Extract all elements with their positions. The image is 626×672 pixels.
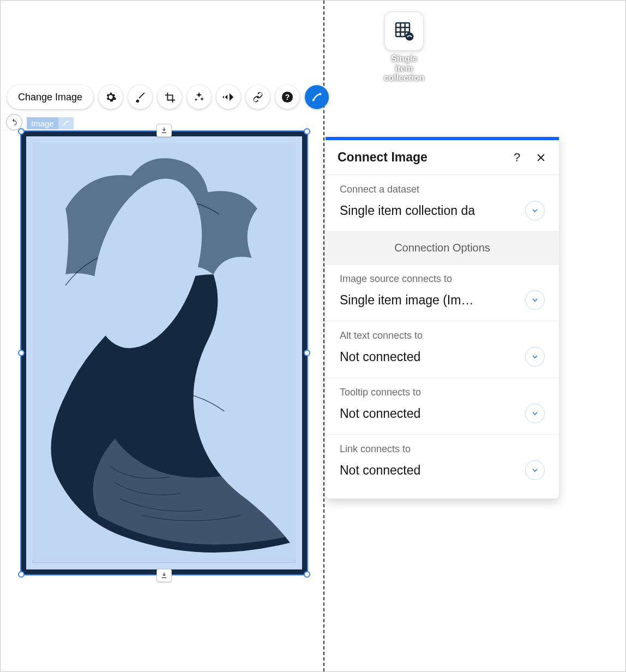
- help-button[interactable]: ?: [275, 85, 299, 109]
- svg-point-12: [63, 124, 64, 125]
- sparkle-icon: [193, 91, 205, 103]
- connect-image-panel: Connect Image ? Connect a dataset Single…: [326, 137, 559, 499]
- undo-icon: [10, 118, 19, 127]
- field-value: Not connected: [340, 350, 520, 364]
- chevron-down-icon: [531, 296, 539, 304]
- element-tag-connect-icon: [58, 117, 74, 129]
- stretch-handle-top[interactable]: [156, 124, 172, 137]
- crop-button[interactable]: [158, 85, 182, 109]
- connect-dataset-chevron[interactable]: [525, 201, 545, 220]
- connect-dataset-label: Connect a dataset: [340, 184, 545, 195]
- stretch-handle-bottom[interactable]: [156, 569, 172, 582]
- question-icon: ?: [514, 151, 520, 165]
- connect-dataset-value: Single item collection da: [340, 203, 520, 218]
- connect-icon: [311, 91, 323, 103]
- connect-dataset-select[interactable]: Single item collection da: [340, 201, 545, 220]
- resize-handle-mr[interactable]: [304, 350, 310, 356]
- svg-point-13: [68, 121, 69, 122]
- settings-button[interactable]: [99, 85, 123, 109]
- connection-options-header: Connection Options: [326, 232, 559, 265]
- svg-point-11: [319, 93, 321, 95]
- element-tag: Image: [27, 117, 74, 129]
- field-select[interactable]: Single item image (Im…: [340, 290, 545, 310]
- connect-data-button[interactable]: [305, 85, 329, 109]
- resize-handle-tr[interactable]: [304, 128, 310, 135]
- gear-icon: [105, 91, 117, 103]
- download-icon: [160, 127, 168, 134]
- svg-point-7: [411, 36, 412, 37]
- animation-button[interactable]: [216, 85, 240, 109]
- dataset-widget[interactable]: Single item collection: [382, 11, 426, 83]
- field-select[interactable]: Not connected: [340, 460, 545, 480]
- resize-handle-br[interactable]: [304, 571, 310, 578]
- panel-title: Connect Image: [338, 150, 428, 165]
- chevron-down-icon: [531, 466, 539, 475]
- dataset-icon: [384, 11, 424, 51]
- svg-point-10: [312, 99, 315, 101]
- floating-toolbar: Change Image ?: [7, 85, 329, 109]
- field-value: Single item image (Im…: [340, 293, 520, 308]
- panel-header: Connect Image ?: [326, 140, 559, 175]
- image-content: [33, 143, 296, 559]
- field-select[interactable]: Not connected: [340, 347, 545, 367]
- svg-point-5: [406, 33, 414, 41]
- field-chevron[interactable]: [525, 290, 545, 310]
- field-image-source: Image source connects to Single item ima…: [326, 265, 559, 321]
- resize-handle-ml[interactable]: [18, 350, 25, 356]
- crop-icon: [164, 91, 176, 103]
- resize-handle-bl[interactable]: [18, 571, 25, 578]
- chevron-down-icon: [531, 352, 539, 361]
- field-alt-text: Alt text connects to Not connected: [326, 321, 559, 378]
- close-icon: [535, 152, 546, 163]
- resize-handle-tl[interactable]: [18, 128, 25, 135]
- svg-point-6: [407, 36, 408, 37]
- field-chevron[interactable]: [525, 404, 545, 423]
- field-link: Link connects to Not connected: [326, 435, 559, 499]
- field-label: Tooltip connects to: [340, 387, 545, 398]
- image-frame: [21, 131, 307, 574]
- field-value: Not connected: [340, 463, 520, 478]
- change-image-button[interactable]: Change Image: [7, 85, 93, 109]
- link-icon: [252, 91, 264, 103]
- selected-image-element[interactable]: Image: [21, 131, 307, 574]
- animation-icon: [222, 91, 234, 103]
- field-label: Link connects to: [340, 443, 545, 455]
- field-tooltip: Tooltip connects to Not connected: [326, 378, 559, 435]
- connect-dataset-section: Connect a dataset Single item collection…: [326, 175, 559, 232]
- panel-close-button[interactable]: [535, 152, 547, 164]
- filters-button[interactable]: [187, 85, 211, 109]
- panel-help-button[interactable]: ?: [511, 152, 523, 164]
- field-label: Image source connects to: [340, 273, 545, 285]
- field-chevron[interactable]: [525, 347, 545, 367]
- help-icon: ?: [281, 91, 293, 103]
- download-icon: [160, 572, 168, 579]
- field-select[interactable]: Not connected: [340, 404, 545, 423]
- element-tag-label: Image: [27, 117, 58, 129]
- field-chevron[interactable]: [525, 460, 545, 480]
- field-label: Alt text connects to: [340, 330, 545, 341]
- svg-text:?: ?: [285, 93, 290, 101]
- editor-canvas: Single item collection Change Image ?: [0, 0, 626, 672]
- dataset-caption: Single item collection: [382, 54, 426, 83]
- design-button[interactable]: [128, 85, 152, 109]
- brush-icon: [134, 91, 146, 103]
- chevron-down-icon: [531, 409, 539, 418]
- chevron-down-icon: [531, 206, 539, 215]
- link-button[interactable]: [246, 85, 270, 109]
- field-value: Not connected: [340, 406, 520, 421]
